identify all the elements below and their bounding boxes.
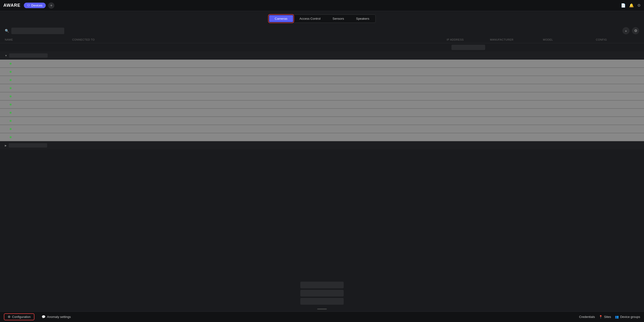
col-manufacturer: MANUFACTURER [490,38,543,41]
col-name: NAME [5,38,72,41]
table-row[interactable] [0,100,644,109]
document-icon[interactable]: 📄 [621,3,626,8]
cameras-tab-wrap: Cameras [269,15,293,22]
bell-icon[interactable]: 🔔 [629,3,634,8]
top-navigation: AWARE 🛡 Devices + 📄 🔔 ⚙ [0,0,644,11]
group-label-2 [9,143,47,148]
speakers-tab[interactable]: Speakers [350,15,375,22]
table-header: NAME CONNECTED TO IP ADDRESS MANUFACTURE… [0,36,644,43]
table-row[interactable] [0,109,644,117]
page-buttons [300,282,344,305]
table-settings-button[interactable]: ⚙ [632,27,639,34]
settings-icon[interactable]: ⚙ [637,3,641,8]
configuration-icon: ⚙ [8,315,10,319]
page-btn-1[interactable] [300,282,344,288]
status-dot-online [10,120,12,122]
status-dot-online [10,79,12,81]
table-row[interactable] [0,133,644,141]
status-dot-online [10,104,12,106]
anomaly-settings-button[interactable]: 💬 Anomaly settings [38,314,74,320]
table-row[interactable] [0,117,644,125]
shield-icon: 🛡 [27,4,30,7]
col-config: CONFIG [596,38,639,41]
table-row[interactable] [0,68,644,76]
status-dot-online [10,112,12,114]
cameras-tab[interactable]: Cameras [269,15,293,22]
status-dot-online [10,128,12,130]
sensors-tab[interactable]: Sensors [327,15,350,22]
page-indicator [317,309,327,310]
configuration-button[interactable]: ⚙ Configuration [4,313,34,320]
add-device-button[interactable]: + [622,27,630,34]
page-btn-2[interactable] [300,290,344,297]
search-right-actions: + ⚙ [622,27,639,34]
table-body: ▼ ▶ [0,43,644,278]
status-dot-online [10,63,12,65]
table-row[interactable] [0,60,644,68]
group-expand-arrow-2: ▶ [5,144,7,147]
group-expand-arrow-1: ▼ [5,54,7,57]
device-groups-button[interactable]: 👥 Device groups [615,315,640,319]
search-row: 🔍 + ⚙ [0,25,644,36]
col-connected-to: CONNECTED TO [72,38,447,41]
app-logo: AWARE [3,3,20,8]
add-tab-button[interactable]: + [48,2,54,9]
col-ip-address: IP ADDRESS [447,38,490,41]
bottom-right-actions: Credentials 📍 Sites 👥 Device groups [579,315,640,319]
bottom-bar: ⚙ Configuration 💬 Anomaly settings Crede… [0,312,644,322]
status-dot-online [10,136,12,138]
filter-row [0,43,644,51]
anomaly-icon: 💬 [42,315,46,319]
group-row-2[interactable]: ▶ [0,141,644,150]
col-model: MODEL [543,38,596,41]
devices-tab[interactable]: 🛡 Devices [24,3,46,8]
table-row[interactable] [0,84,644,92]
sites-icon: 📍 [599,315,602,319]
pagination-area [0,278,644,312]
status-dot-online [10,71,12,73]
access-control-tab[interactable]: Access Control [294,15,326,22]
search-input[interactable] [11,28,64,34]
category-tabs-section: Cameras Access Control Sensors Speakers [0,11,644,25]
table-row[interactable] [0,92,644,100]
status-dot-online [10,95,12,97]
credentials-button[interactable]: Credentials [579,315,595,319]
group-label-1 [9,53,48,58]
category-tabs-container: Cameras Access Control Sensors Speakers [268,14,376,23]
table-row[interactable] [0,125,644,133]
status-dot-online [10,87,12,89]
search-icon: 🔍 [5,29,9,33]
group-row-1[interactable]: ▼ [0,51,644,60]
device-groups-icon: 👥 [615,315,619,319]
ip-filter-input[interactable] [452,45,485,50]
table-row[interactable] [0,76,644,84]
sites-button[interactable]: 📍 Sites [599,315,611,319]
topnav-right-icons: 📄 🔔 ⚙ [621,3,641,8]
page-btn-3[interactable] [300,298,344,305]
